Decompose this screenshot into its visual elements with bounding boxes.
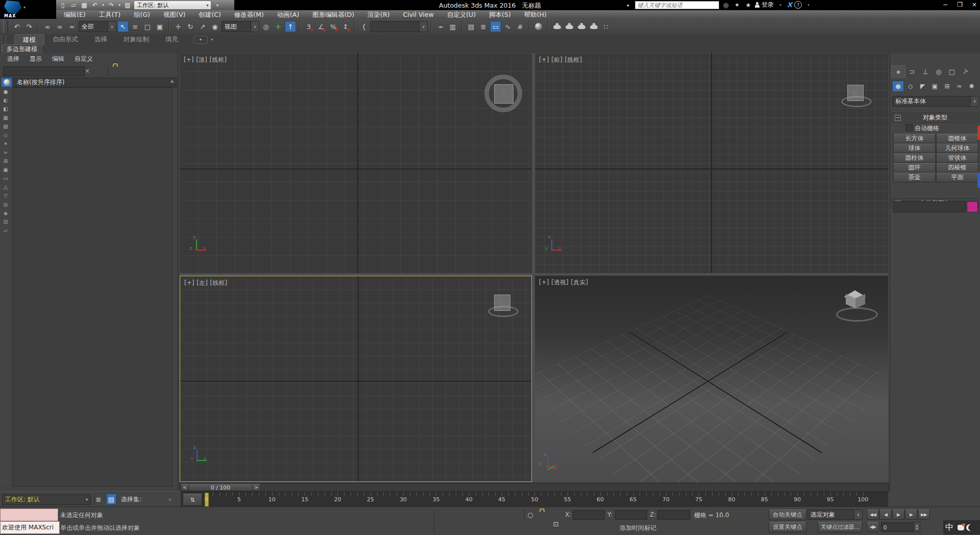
auto-key-button[interactable]: 自动关键点 <box>769 509 806 520</box>
key-mode-toggle-icon[interactable]: ◀▶ <box>867 522 879 532</box>
cone-button[interactable]: 圆锥体 <box>936 134 978 143</box>
scene-explorer-toggle-icon[interactable]: ▤ <box>106 494 116 505</box>
menu-modifiers[interactable]: 修改器(M) <box>228 10 271 19</box>
viewport-top-label[interactable]: [+] [顶] [线框] <box>184 56 227 64</box>
explorer-scroll-up-icon[interactable]: ▲ <box>170 79 174 83</box>
open-a360-gallery-icon[interactable]: ∷ <box>600 21 611 32</box>
category-lights-icon[interactable]: ◤ <box>917 81 928 92</box>
explorer-tool-icon[interactable]: ▣ <box>0 165 11 174</box>
time-slider-next-button[interactable]: > <box>252 484 260 491</box>
user-account-icon[interactable] <box>755 2 760 8</box>
align-icon[interactable]: ▥ <box>447 21 458 32</box>
category-spacewarps-icon[interactable]: ≈ <box>953 81 965 92</box>
ribbon-panel-polygon-modeling[interactable]: 多边形建模 <box>2 44 42 54</box>
tab-utilities-icon[interactable]: ⊤ <box>956 63 974 81</box>
previous-frame-button[interactable]: ◀ <box>879 509 892 520</box>
object-type-rollout[interactable]: − 对象类型 <box>892 113 978 123</box>
viewport-front-label[interactable]: [+] [前] [线框] <box>539 56 582 64</box>
ribbon-tab-selection[interactable]: 选择 <box>86 34 115 45</box>
schematic-view-icon[interactable]: # <box>514 21 526 32</box>
explorer-menu-customize[interactable]: 自定义 <box>69 55 98 63</box>
explorer-tool-icon[interactable]: ≈ <box>0 148 11 157</box>
explorer-display-column-icon[interactable] <box>1 78 12 87</box>
communication-center-icon[interactable]: ✦ <box>732 1 742 9</box>
menu-tools[interactable]: 工具(T) <box>92 10 127 19</box>
viewcube-top[interactable]: 上 <box>494 84 513 104</box>
menu-animation[interactable]: 动画(A) <box>271 10 306 19</box>
workspace-dropdown[interactable]: 工作区: 默认 ▾ <box>134 1 211 10</box>
x-coordinate-field[interactable] <box>573 510 605 520</box>
tab-create-icon[interactable]: ✶ <box>891 65 905 78</box>
new-file-icon[interactable]: ▯ <box>58 1 67 9</box>
select-and-scale-icon[interactable]: ↗ <box>197 21 208 32</box>
menu-graph-editors[interactable]: 图形编辑器(D) <box>306 10 361 19</box>
app-logo-block[interactable]: MAX ▾ <box>0 0 56 19</box>
explorer-object-list[interactable] <box>12 87 173 487</box>
next-frame-button[interactable]: ▶ <box>905 509 917 520</box>
select-and-place-icon[interactable]: ◉ <box>209 21 220 32</box>
ime-tool-icon[interactable] <box>958 525 964 530</box>
viewport-front[interactable]: [+] [前] [线框] 前 z x y <box>535 53 888 273</box>
favorites-star-icon[interactable]: ★ <box>744 1 753 9</box>
menu-customize[interactable]: 自定义(U) <box>440 10 482 19</box>
toolbar-overflow-chevrons[interactable]: » <box>168 496 172 503</box>
max-logo-icon[interactable] <box>4 1 21 14</box>
ribbon-tab-freeform[interactable]: 自由形式 <box>44 34 86 45</box>
viewcube-3d[interactable] <box>845 289 866 309</box>
tab-hierarchy-icon[interactable]: ⊥ <box>919 66 932 78</box>
redo-caret-icon[interactable]: ▾ <box>117 1 121 9</box>
menu-help[interactable]: 帮助(H) <box>518 10 553 19</box>
menu-civil-view[interactable]: Civil View <box>397 10 440 19</box>
help-caret-icon[interactable]: ▾ <box>804 1 813 9</box>
tab-motion-icon[interactable]: ◎ <box>932 66 945 78</box>
close-button[interactable]: × <box>972 1 977 8</box>
toolbar-grip[interactable] <box>3 20 8 33</box>
macro-recorder-field[interactable] <box>0 508 58 521</box>
redo-icon[interactable]: ↷ <box>107 1 116 9</box>
track-bar[interactable]: ⇅ 05 1015 2025 3035 4045 5055 6065 7075 … <box>180 492 888 507</box>
tube-button[interactable]: 管状体 <box>936 153 978 163</box>
selection-filter-dropdown[interactable]: 全部∨ <box>79 21 116 32</box>
open-file-icon[interactable]: ▱ <box>69 1 78 9</box>
box-button[interactable]: 长方体 <box>893 134 936 143</box>
viewcube-front[interactable]: 前 <box>847 85 864 101</box>
ribbon-minimize-caret-icon[interactable]: ▾ <box>211 37 213 42</box>
explorer-search-input[interactable] <box>3 66 85 76</box>
help-icon[interactable]: ? <box>794 1 802 9</box>
ime-language-icon[interactable]: 中 <box>945 522 953 533</box>
tab-modify-icon[interactable]: ⊃ <box>905 66 919 78</box>
explorer-tool-icon[interactable]: ▱ <box>0 226 11 235</box>
toggle-scene-explorer-icon[interactable]: ▤ <box>465 21 477 32</box>
category-helpers-icon[interactable]: ⊞ <box>941 81 953 92</box>
viewport-perspective[interactable]: [+] [透视] [真实] z x y <box>535 276 888 482</box>
viewcube-left[interactable]: 左 <box>494 295 510 311</box>
rendered-frame-window-icon[interactable] <box>564 21 575 32</box>
menu-create[interactable]: 创建(C) <box>192 10 227 19</box>
explorer-tool-icon[interactable]: ◐ <box>0 96 11 105</box>
explorer-tool-icon[interactable]: ◧ <box>0 105 11 113</box>
edge-pill-red[interactable] <box>977 126 980 140</box>
add-time-tag-button[interactable]: 添加时间标记 <box>620 524 656 532</box>
redo-button[interactable]: ↷ <box>23 21 35 32</box>
explorer-tool-icon[interactable]: ▦ <box>0 113 11 122</box>
select-and-link-icon[interactable]: ∞ <box>42 21 53 32</box>
teapot-button[interactable]: 茶壶 <box>893 173 936 182</box>
material-editor-icon[interactable] <box>533 21 544 32</box>
save-file-icon[interactable]: ▦ <box>80 1 89 9</box>
menu-rendering[interactable]: 渲染(R) <box>361 10 396 19</box>
ribbon-tab-populate[interactable]: 填充 <box>157 34 186 45</box>
go-to-start-button[interactable]: ◀◀ <box>867 509 879 520</box>
angle-snap-icon[interactable]: ∠ <box>315 21 327 32</box>
explorer-tool-icon[interactable]: ▽ <box>0 191 11 200</box>
ribbon-tab-modeling[interactable]: 建模 <box>14 34 44 45</box>
bottom-workspace-dropdown[interactable]: 工作区: 默认 ▾ <box>2 494 91 505</box>
exchange-apps-icon[interactable]: X <box>787 1 792 9</box>
named-selection-set-dropdown[interactable]: ∨ <box>371 21 428 32</box>
y-coordinate-field[interactable] <box>615 510 647 520</box>
geosphere-button[interactable]: 几何球体 <box>936 143 978 153</box>
maximize-button[interactable]: ❐ <box>957 1 963 8</box>
category-geometry-icon[interactable]: ● <box>892 81 904 92</box>
toggle-ribbon-icon[interactable]: ▭ <box>490 21 501 32</box>
current-frame-field[interactable] <box>881 522 917 532</box>
window-crossing-icon[interactable]: ▣ <box>154 21 165 32</box>
